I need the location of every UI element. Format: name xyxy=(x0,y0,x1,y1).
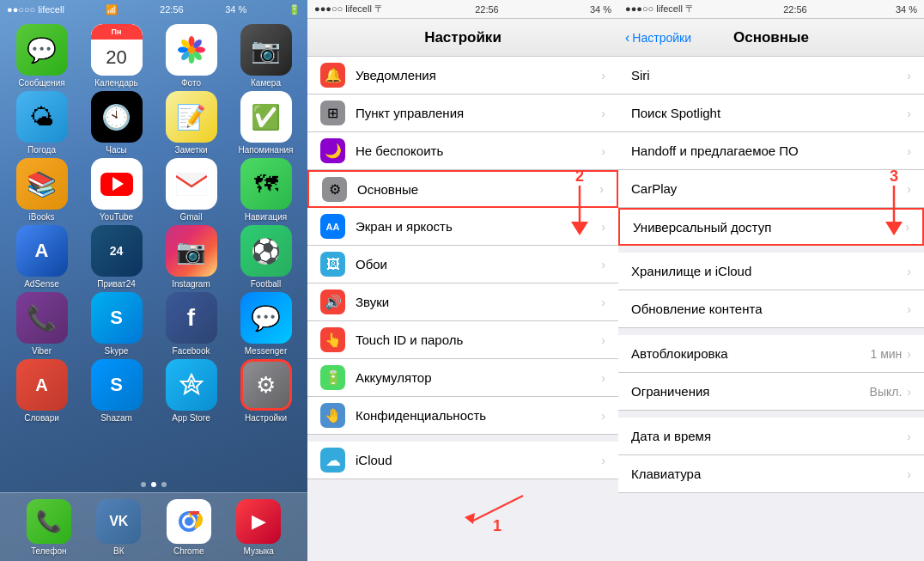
app-facebook[interactable]: f Facebook xyxy=(156,292,226,356)
weather-label: Погода xyxy=(27,145,56,155)
app-football[interactable]: ⚽ Football xyxy=(231,225,301,289)
row-display[interactable]: AA Экран и яркость › xyxy=(307,208,618,246)
app-clock[interactable]: 🕙 Часы xyxy=(82,91,151,155)
autolock-value: 1 мин xyxy=(870,347,902,361)
icloud-chevron: › xyxy=(601,454,605,467)
row-handoff[interactable]: Handoff и предлагаемое ПО › xyxy=(618,132,924,170)
app-ibooks[interactable]: 📚 iBooks xyxy=(7,158,76,222)
row-universal[interactable]: Универсальный доступ › xyxy=(618,208,924,246)
row-battery[interactable]: 🔋 Аккумулятор › xyxy=(307,359,618,397)
adsense-icon: A xyxy=(16,225,68,277)
restrictions-text: Ограничения xyxy=(631,384,870,399)
appstore-label: App Store xyxy=(172,413,210,423)
row-autolock[interactable]: Автоблокировка 1 мин › xyxy=(618,335,924,373)
row-wallpaper[interactable]: 🖼 Обои › xyxy=(307,246,618,284)
navigation-label: Навигация xyxy=(245,212,287,222)
row-siri[interactable]: Siri › xyxy=(618,57,924,95)
display-icon: AA xyxy=(320,214,345,239)
messenger-label: Messenger xyxy=(245,346,287,356)
sounds-text: Звуки xyxy=(356,295,601,309)
app-youtube[interactable]: YouTube xyxy=(82,158,151,222)
app-skype[interactable]: S Skype xyxy=(82,292,151,356)
row-dnd[interactable]: 🌙 Не беспокоить › xyxy=(307,132,618,170)
general-chevron: › xyxy=(599,182,604,196)
gmail-label: Gmail xyxy=(179,212,202,222)
row-privacy[interactable]: 🤚 Конфиденциальность › xyxy=(307,397,618,435)
row-carplay[interactable]: CarPlay › xyxy=(618,170,924,208)
dock-vk[interactable]: VK ВК xyxy=(96,499,141,556)
app-viber[interactable]: 📞 Viber xyxy=(7,292,76,356)
app-shazam[interactable]: S Shazam xyxy=(82,359,151,423)
carrier2: ●●●○○ lifecell 〒 xyxy=(314,3,384,15)
back-button-phone3[interactable]: ‹ Настройки xyxy=(625,30,691,46)
dock-music-icon: ▶ xyxy=(236,499,281,544)
app-camera[interactable]: 📷 Камера xyxy=(231,24,301,88)
app-appstore[interactable]: A App Store xyxy=(156,359,226,423)
storage-text: Хранилище и iCloud xyxy=(631,264,907,278)
shazam-icon: S xyxy=(91,359,143,411)
app-navigation[interactable]: 🗺 Навигация xyxy=(231,158,301,222)
app-instagram[interactable]: 📷 Instagram xyxy=(156,225,226,289)
time2: 22:56 xyxy=(475,4,499,15)
battery-chevron: › xyxy=(601,371,605,385)
dock-chrome[interactable]: Chrome xyxy=(167,499,211,556)
app-messages[interactable]: 💬 Сообщения xyxy=(7,24,76,88)
carplay-text: CarPlay xyxy=(631,181,907,196)
calendar-icon: Пн 20 xyxy=(91,24,143,76)
football-icon: ⚽ xyxy=(240,225,292,277)
youtube-icon xyxy=(91,158,143,210)
dot-2 xyxy=(151,482,156,487)
clock-icon: 🕙 xyxy=(91,91,143,143)
app-settings[interactable]: ⚙ Настройки xyxy=(231,359,301,423)
app-gmail[interactable]: Gmail xyxy=(156,158,226,222)
app-weather[interactable]: 🌤 Погода xyxy=(7,91,76,155)
app-slovari[interactable]: A Словари xyxy=(7,359,76,423)
instagram-label: Instagram xyxy=(172,279,210,289)
notes-label: Заметки xyxy=(174,145,207,155)
row-touchid[interactable]: 👆 Touch ID и пароль › xyxy=(307,321,618,359)
row-general[interactable]: ⚙ Основные › xyxy=(307,170,618,208)
app-privat24[interactable]: 24 Приват24 xyxy=(82,225,151,289)
update-chevron: › xyxy=(907,302,911,316)
icloud-icon: ☁ xyxy=(320,448,345,473)
battery-icon: 🔋 xyxy=(320,365,345,390)
photos-label: Фото xyxy=(181,78,201,88)
app-messenger[interactable]: 💬 Messenger xyxy=(231,292,301,356)
svg-text:A: A xyxy=(186,377,195,391)
row-notifications[interactable]: 🔔 Уведомления › xyxy=(307,57,618,95)
skype-icon: S xyxy=(91,292,143,344)
row-keyboard[interactable]: Клавиатура › xyxy=(618,455,924,493)
row-spotlight[interactable]: Поиск Spotlight › xyxy=(618,95,924,132)
settings-label: Настройки xyxy=(245,413,287,423)
app-reminders[interactable]: ✅ Напоминания xyxy=(231,91,301,155)
dock-phone-label: Телефон xyxy=(31,546,66,556)
dock-music[interactable]: ▶ Музыка xyxy=(236,499,281,556)
row-icloud[interactable]: ☁ iCloud › xyxy=(307,442,618,479)
app-calendar[interactable]: Пн 20 Календарь xyxy=(82,24,151,88)
row-datetime[interactable]: Дата и время › xyxy=(618,418,924,455)
status-bar-phone1: ●●○○○ lifecell 📶 22:56 34 % 🔋 xyxy=(0,0,307,19)
app-adsense[interactable]: A AdSense xyxy=(7,225,76,289)
notifications-icon: 🔔 xyxy=(320,63,345,88)
touchid-chevron: › xyxy=(601,333,605,347)
slovari-icon: A xyxy=(16,359,68,411)
row-restrictions[interactable]: Ограничения Выкл. › xyxy=(618,373,924,411)
page-dots xyxy=(0,477,307,492)
dock-vk-icon: VK xyxy=(96,499,141,544)
wifi-icon: 📶 xyxy=(106,4,118,15)
ibooks-icon: 📚 xyxy=(16,158,68,210)
row-storage[interactable]: Хранилище и iCloud › xyxy=(618,253,924,290)
row-update[interactable]: Обновление контента › xyxy=(618,290,924,328)
control-text: Пункт управления xyxy=(356,106,601,120)
slovari-label: Словари xyxy=(24,413,59,423)
time3: 22:56 xyxy=(783,4,807,15)
dot-1 xyxy=(141,482,146,487)
row-sounds[interactable]: 🔊 Звуки › xyxy=(307,284,618,321)
app-photos[interactable]: Фото xyxy=(156,24,226,88)
keyboard-chevron: › xyxy=(907,467,911,481)
siri-chevron: › xyxy=(907,69,911,82)
section-gap-1 xyxy=(618,246,924,253)
app-notes[interactable]: 📝 Заметки xyxy=(156,91,226,155)
row-control[interactable]: ⊞ Пункт управления › xyxy=(307,95,618,132)
dock-phone[interactable]: 📞 Телефон xyxy=(27,499,71,556)
